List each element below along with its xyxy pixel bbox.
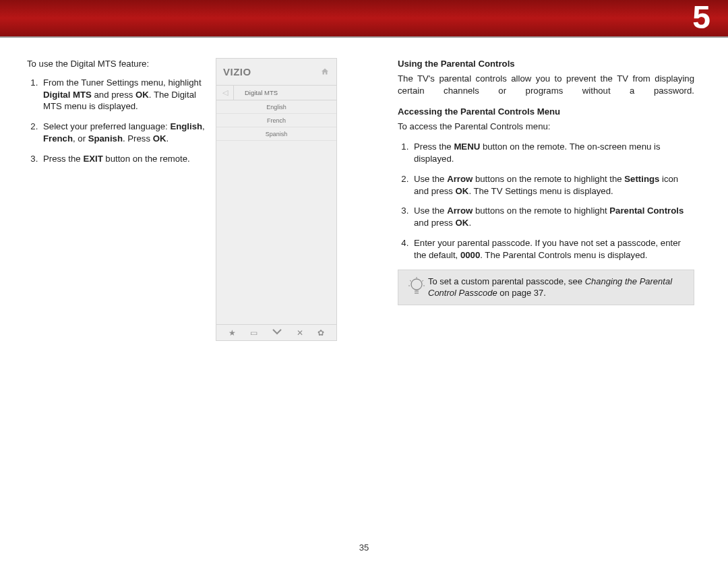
screen-icon: ▭ — [247, 328, 260, 338]
chapter-number: 5 — [692, 0, 710, 36]
heading-parental-controls: Using the Parental Controls — [398, 58, 694, 70]
manual-page: 5 To use the Digital MTS feature: From t… — [0, 0, 728, 562]
vizio-logo: VIZIO — [223, 66, 251, 77]
right-steps-list: Press the MENU button on the remote. The… — [411, 141, 694, 261]
left-step-1: From the Tuner Settings menu, highlight … — [40, 77, 206, 113]
tip-text: To set a custom parental passcode, see C… — [428, 276, 687, 299]
svg-line-4 — [410, 280, 411, 282]
tv-menu-title: Digital MTS — [234, 89, 278, 96]
content-area: To use the Digital MTS feature: From the… — [27, 58, 701, 341]
left-steps-list: From the Tuner Settings menu, highlight … — [40, 77, 206, 165]
back-arrow-icon: ◁ — [216, 86, 234, 100]
left-column: To use the Digital MTS feature: From the… — [27, 58, 357, 341]
tv-title-row: ◁ Digital MTS — [216, 86, 336, 100]
right-step-2: Use the Arrow buttons on the remote to h… — [411, 173, 694, 197]
svg-line-5 — [422, 280, 423, 282]
page-number: 35 — [0, 542, 728, 553]
home-icon — [320, 66, 330, 78]
star-icon: ★ — [226, 328, 239, 338]
close-icon: ✕ — [294, 328, 306, 338]
tv-header: VIZIO — [216, 59, 336, 86]
tv-bottom-bar: ★ ▭ ✕ ✿ — [216, 324, 336, 340]
tv-option-spanish: Spanish — [216, 127, 336, 141]
parental-intro: The TV's parental controls allow you to … — [398, 73, 694, 97]
left-step-3: Press the EXIT button on the remote. — [40, 153, 206, 165]
chapter-header-band: 5 — [0, 0, 728, 36]
tip-callout: To set a custom parental passcode, see C… — [398, 270, 694, 305]
gear-icon: ✿ — [315, 328, 327, 338]
heading-accessing-menu: Accessing the Parental Controls Menu — [398, 106, 694, 118]
svg-point-0 — [411, 279, 422, 290]
header-underrule — [0, 36, 728, 38]
chevron-down-icon — [270, 328, 284, 338]
right-step-3: Use the Arrow buttons on the remote to h… — [411, 205, 694, 229]
right-step-1: Press the MENU button on the remote. The… — [411, 141, 694, 165]
tv-menu-screenshot: VIZIO ◁ Digital MTS English French Spani… — [216, 58, 337, 341]
left-text-block: To use the Digital MTS feature: From the… — [27, 58, 216, 341]
left-step-2: Select your preferred language: English,… — [40, 121, 206, 145]
tv-option-french: French — [216, 114, 336, 127]
right-step-4: Enter your parental passcode. If you hav… — [411, 237, 694, 261]
left-intro: To use the Digital MTS feature: — [27, 58, 206, 70]
right-column: Using the Parental Controls The TV's par… — [357, 58, 694, 341]
tv-option-english: English — [216, 100, 336, 114]
lightbulb-icon — [405, 276, 428, 298]
access-intro: To access the Parental Controls menu: — [398, 121, 694, 133]
